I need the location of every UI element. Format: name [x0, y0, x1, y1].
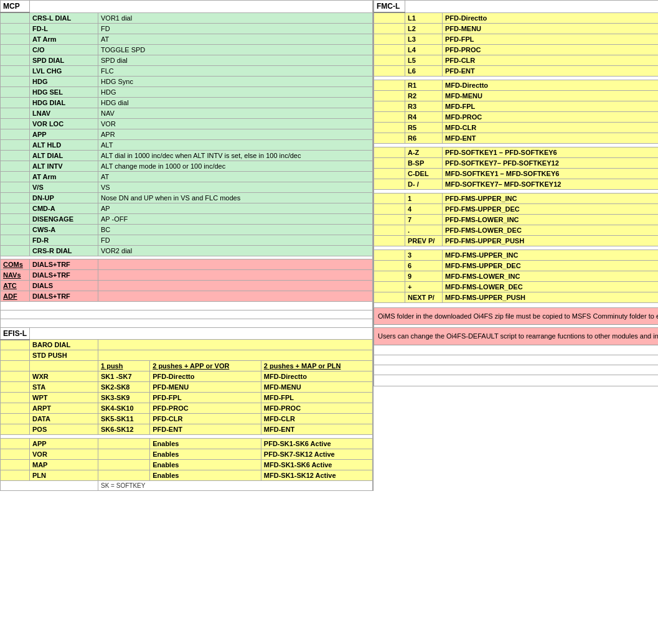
- mcp-row-key-6: HDG: [30, 76, 98, 86]
- mcp-row-crs-l: CRS-L DIAL VOR1 dial: [1, 12, 373, 23]
- efis-vor-enables: Enables: [150, 449, 261, 460]
- mcp-row-val-7: HDG: [98, 86, 373, 97]
- fmc-num-dot-key: .: [405, 225, 443, 235]
- fmc-num-6-key: 6: [405, 260, 443, 271]
- efis-wpt: WPT: [30, 393, 98, 403]
- mcp-row-alt-dial: ALT DIAL ALT dial in 1000 inc/dec when A…: [1, 150, 373, 161]
- mcp-row-val-16: VS: [98, 182, 373, 192]
- mcp-row-val-4: SPD dial: [98, 55, 373, 65]
- mcp-row-key-9: LNAV: [30, 108, 98, 118]
- main-container: MCP CRS-L DIAL VOR1 dial FD-L FD AT Arm: [0, 0, 658, 491]
- fmc-spacer-5: [374, 302, 659, 307]
- fmc-cdel: C-DEL MFD-SOFTKEY1 – MFD-SOFTKEY6: [374, 168, 659, 179]
- fmc-l4-val: PFD-PROC: [443, 44, 659, 55]
- mcp-row-key-14: ALT INTV: [30, 161, 98, 171]
- fmc-l2-key: L2: [405, 23, 443, 34]
- efis-app-row-app: APP Enables PFD-SK1-SK6 Active: [1, 439, 373, 449]
- fmc-r1-key: R1: [405, 80, 443, 90]
- mcp-row-key-15: AT Arm: [30, 171, 98, 182]
- mcp-row-val-10: VOR: [98, 118, 373, 129]
- efis-map: MAP: [30, 460, 98, 470]
- efis-detail-row-wpt: WPT SK3-SK9 PFD-FPL MFD-FPL: [1, 393, 373, 403]
- left-panel: MCP CRS-L DIAL VOR1 dial FD-L FD AT Arm: [0, 0, 374, 491]
- baro-dial-label: BARO DIAL: [30, 340, 98, 350]
- fmc-num-6-val: MFD-FMS-UPPER_DEC: [443, 260, 659, 271]
- fmc-num-1: 1 PFD-FMS-UPPER_INC: [374, 193, 659, 203]
- coms-label: COMs: [1, 259, 30, 269]
- fmc-bsp: B-SP PFD-SOFTKEY7– PFD-SOFTKEY12: [374, 157, 659, 168]
- mcp-row-hdg-dial: HDG DIAL HDG dial: [1, 97, 373, 108]
- right-panel: FMC-L L1 PFD-Directto L2 PFD-MENU L3: [374, 0, 658, 491]
- fmc-header-spacer: [405, 1, 659, 13]
- right-bottom-row: [374, 375, 659, 386]
- fmc-dslash-key: D- /: [405, 179, 443, 189]
- efis-sta-sk: SK2-SK8: [98, 382, 150, 393]
- efis-app-enables: Enables: [150, 439, 261, 449]
- mcp-row-at-arm: AT Arm AT: [1, 34, 373, 44]
- efis-row-baro: BARO DIAL: [1, 340, 373, 350]
- fmc-num-4-val: PFD-FMS-UPPER_DEC: [443, 203, 659, 214]
- mcp-row-val-17: Nose DN and UP when in VS and FLC modes: [98, 192, 373, 203]
- efis-sta-pfd: PFD-MENU: [150, 382, 261, 393]
- fmc-r4-key: R4: [405, 111, 443, 122]
- mcp-row-vs: V/S VS: [1, 182, 373, 192]
- fmc-num-1-key: 1: [405, 193, 443, 203]
- fmc-label: FMC-L: [374, 1, 405, 13]
- efis-wpt-pfd: PFD-FPL: [150, 393, 261, 403]
- fmc-l6-key: L6: [405, 65, 443, 76]
- efis-app-row-map: MAP Enables MFD-SK1-SK6 Active: [1, 460, 373, 470]
- efis-app-row-pln: PLN Enables MFD-SK1-SK12 Active: [1, 470, 373, 481]
- fmc-cdel-key: C-DEL: [405, 168, 443, 179]
- mcp-row-alt-hld: ALT HLD ALT: [1, 139, 373, 150]
- fmc-l2: L2 PFD-MENU: [374, 23, 659, 34]
- mcp-row-val-0: VOR1 dial: [98, 12, 373, 23]
- efis-app-active: PFD-SK1-SK6 Active: [261, 439, 372, 449]
- efis-wxr: WXR: [30, 371, 98, 382]
- coms-val: DIALS+TRF: [30, 259, 98, 269]
- empty-2: [1, 310, 373, 319]
- fmc-l3-val: PFD-FPL: [443, 34, 659, 44]
- mcp-row-alt-intv: ALT INTV ALT change mode in 1000 or 100 …: [1, 161, 373, 171]
- mcp-row-val-19: AP -OFF: [98, 213, 373, 224]
- fmc-num-plus: + MFD-FMS-LOWER_DEC: [374, 281, 659, 292]
- fmc-num-9: 9 MFD-FMS-LOWER_INC: [374, 271, 659, 281]
- efis-vor-active: PFD-SK7-SK12 Active: [261, 449, 372, 460]
- efis-wpt-mfd: MFD-FPL: [261, 393, 372, 403]
- mcp-row-crs-r: CRS-R DIAL VOR2 dial: [1, 245, 373, 256]
- fmc-r2-key: R2: [405, 90, 443, 101]
- mcp-row-key-8: HDG DIAL: [30, 97, 98, 108]
- fmc-num-3-key: 3: [405, 250, 443, 260]
- mcp-row-key-10: VOR LOC: [30, 118, 98, 129]
- mcp-row-val-20: BC: [98, 224, 373, 235]
- atc-val: DIALS: [30, 280, 98, 291]
- mcp-row-val-14: ALT change mode in 1000 or 100 inc/dec: [98, 161, 373, 171]
- mcp-row-hdg-sel: HDG SEL HDG: [1, 86, 373, 97]
- fmc-num-4: 4 PFD-FMS-UPPER_DEC: [374, 203, 659, 214]
- fmc-l3-key: L3: [405, 34, 443, 44]
- mcp-row-key-17: DN-UP: [30, 192, 98, 203]
- efis-pos: POS: [30, 424, 98, 435]
- atc-label: ATC: [1, 280, 30, 291]
- fmc-plus-val: MFD-FMS-LOWER_DEC: [443, 281, 659, 292]
- mcp-row-cmd-a: CMD-A AP: [1, 203, 373, 213]
- mcp-row-val-22: VOR2 dial: [98, 245, 373, 256]
- mcp-row-disengage: DISENGAGE AP -OFF: [1, 213, 373, 224]
- mcp-row-lvl-chg: LVL CHG FLC: [1, 65, 373, 76]
- mcp-header-spacer: [30, 1, 373, 13]
- fmc-l2-val: PFD-MENU: [443, 23, 659, 34]
- fmc-r3-key: R3: [405, 101, 443, 111]
- mcp-row-dn-up: DN-UP Nose DN and UP when in VS and FLC …: [1, 192, 373, 203]
- efis-detail-row-pos: POS SK6-SK12 PFD-ENT MFD-ENT: [1, 424, 373, 435]
- efis-pln: PLN: [30, 470, 98, 481]
- navs-val: DIALS+TRF: [30, 269, 98, 280]
- efis-wpt-sk: SK3-SK9: [98, 393, 150, 403]
- efis-arpt-mfd: MFD-PROC: [261, 403, 372, 414]
- empty-3: [1, 319, 373, 327]
- fmc-r1-val: MFD-Directto: [443, 80, 659, 90]
- mcp-row-at-arm2: AT Arm AT: [1, 171, 373, 182]
- efis-row-std: STD PUSH: [1, 350, 373, 361]
- fmc-prev-val: PFD-FMS-UPPER_PUSH: [443, 235, 659, 246]
- left-table: MCP CRS-L DIAL VOR1 dial FD-L FD AT Arm: [0, 0, 373, 491]
- fmc-r5-key: R5: [405, 122, 443, 133]
- com-row-navs: NAVs DIALS+TRF: [1, 269, 373, 280]
